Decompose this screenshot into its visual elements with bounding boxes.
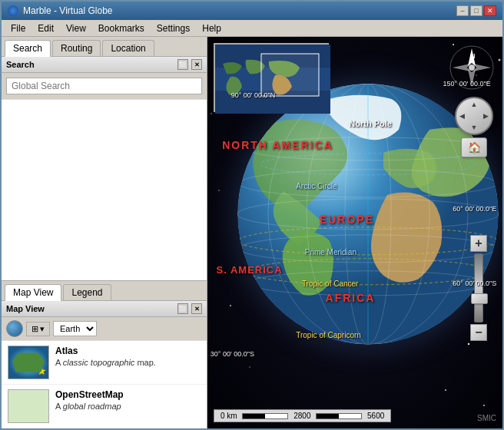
window-controls: – □ ✕ <box>456 5 496 16</box>
zoom-out-button[interactable]: − <box>470 324 487 341</box>
compass-rose: N <box>449 45 495 91</box>
tab-search[interactable]: Search <box>5 40 51 57</box>
atlas-thumbnail: ★ <box>8 346 49 379</box>
tab-routing[interactable]: Routing <box>52 40 101 56</box>
zoom-thumb[interactable] <box>471 293 488 304</box>
attribution-label: SMIC <box>477 414 496 422</box>
star-badge: ★ <box>37 365 47 377</box>
search-panel: Search ⬜ ✕ <box>2 57 207 280</box>
menu-help[interactable]: Help <box>196 22 227 35</box>
grid-icon: ⊞ <box>32 324 38 334</box>
menu-edit[interactable]: Edit <box>32 22 60 35</box>
pan-control[interactable]: ▲ ◀ ▶ ▼ <box>455 97 493 135</box>
list-item[interactable]: ★ Atlas A classic topographic map. <box>2 341 207 385</box>
svg-point-6 <box>230 305 231 306</box>
tab-map-view[interactable]: Map View <box>5 284 61 301</box>
maximize-button[interactable]: □ <box>470 5 482 16</box>
osm-thumbnail <box>8 389 49 423</box>
svg-point-9 <box>445 389 446 391</box>
svg-point-4 <box>483 405 485 406</box>
atlas-description: A classic topographic map. <box>55 358 201 367</box>
zoom-in-button[interactable]: + <box>470 235 487 252</box>
svg-point-10 <box>499 59 501 61</box>
map-view-toolbar: ⊞ ▾ Earth <box>2 317 207 341</box>
minimize-button[interactable]: – <box>456 5 469 16</box>
search-input[interactable] <box>6 78 202 94</box>
globe-selector-icon[interactable] <box>6 320 23 337</box>
scale-label-0: 0 km <box>220 412 237 420</box>
app-icon <box>8 5 18 16</box>
svg-text:N: N <box>470 52 476 60</box>
osm-description: A global roadmap <box>55 402 201 411</box>
scale-label-5600: 5600 <box>367 412 384 420</box>
map-view-panel: Map View ⬜ ✕ ⊞ ▾ Earth <box>2 301 207 428</box>
osm-title: OpenStreetMap <box>55 389 201 400</box>
map-area[interactable]: N ▲ ◀ ▶ ▼ <box>207 37 502 428</box>
nav-up-left <box>456 98 468 110</box>
search-panel-title: Search <box>6 60 35 69</box>
atlas-info: Atlas A classic topographic map. <box>55 346 201 367</box>
tab-legend[interactable]: Legend <box>63 284 111 300</box>
search-panel-header: Search ⬜ ✕ <box>2 57 207 73</box>
list-item[interactable]: OpenStreetMap A global roadmap <box>2 385 207 428</box>
search-panel-controls: ⬜ ✕ <box>177 59 202 70</box>
svg-point-5 <box>218 190 220 191</box>
earth-select[interactable]: Earth <box>53 321 97 336</box>
zoom-controls: + − <box>470 235 487 341</box>
pan-left-button[interactable]: ◀ <box>456 110 468 121</box>
svg-point-8 <box>249 366 250 368</box>
map-list: ★ Atlas A classic topographic map. OpenS… <box>2 341 207 428</box>
scale-bar: 0 km 2800 5600 <box>214 409 391 422</box>
svg-point-7 <box>468 343 469 345</box>
search-input-container <box>2 73 207 100</box>
menu-file[interactable]: File <box>5 22 32 35</box>
search-float-button[interactable]: ⬜ <box>177 59 188 70</box>
map-view-float-button[interactable]: ⬜ <box>177 303 188 314</box>
menu-view[interactable]: View <box>60 22 92 35</box>
window-title: Marble - Virtual Globe <box>23 5 113 16</box>
pan-up-button[interactable]: ▲ <box>468 98 479 110</box>
menu-bookmarks[interactable]: Bookmarks <box>92 22 151 35</box>
osm-info: OpenStreetMap A global roadmap <box>55 389 201 411</box>
grid-button[interactable]: ⊞ ▾ <box>26 322 50 336</box>
title-bar: Marble - Virtual Globe – □ ✕ <box>2 2 502 20</box>
space-background: N ▲ ◀ ▶ ▼ <box>207 37 502 428</box>
main-content: Search Routing Location Search ⬜ ✕ <box>2 37 502 428</box>
main-window: Marble - Virtual Globe – □ ✕ File Edit V… <box>0 0 504 430</box>
map-view-controls: ⬜ ✕ <box>177 303 202 314</box>
search-close-button[interactable]: ✕ <box>191 59 202 70</box>
nav-down-left <box>456 122 468 134</box>
nav-center <box>468 110 479 121</box>
pan-down-button[interactable]: ▼ <box>468 122 479 134</box>
svg-point-38 <box>469 64 475 71</box>
left-panel: Search Routing Location Search ⬜ ✕ <box>2 37 207 428</box>
tab-location[interactable]: Location <box>102 40 154 56</box>
map-view-title: Map View <box>6 304 45 313</box>
scale-label-2800: 2800 <box>293 412 310 420</box>
pan-right-button[interactable]: ▶ <box>480 110 492 121</box>
top-tabs: Search Routing Location <box>2 37 207 57</box>
zoom-track <box>474 253 483 322</box>
menu-settings[interactable]: Settings <box>151 22 196 35</box>
navigation-controls: ▲ ◀ ▶ ▼ 🏠 <box>455 97 493 157</box>
map-view-close-button[interactable]: ✕ <box>191 303 202 314</box>
scale-graphic <box>242 413 288 419</box>
atlas-title: Atlas <box>55 346 201 356</box>
nav-up-right <box>480 98 492 110</box>
bottom-tabs: Map View Legend <box>2 280 207 301</box>
grid-dropdown-icon: ▾ <box>40 324 45 334</box>
map-view-header: Map View ⬜ ✕ <box>2 301 207 317</box>
svg-point-11 <box>211 113 212 114</box>
nav-down-right <box>480 122 492 134</box>
close-button[interactable]: ✕ <box>484 5 496 16</box>
scale-graphic-2 <box>316 413 362 419</box>
search-results <box>2 100 207 280</box>
svg-rect-31 <box>261 54 319 96</box>
home-button[interactable]: 🏠 <box>461 137 487 157</box>
minimap <box>214 43 329 112</box>
menu-bar: File Edit View Bookmarks Settings Help <box>2 20 502 37</box>
